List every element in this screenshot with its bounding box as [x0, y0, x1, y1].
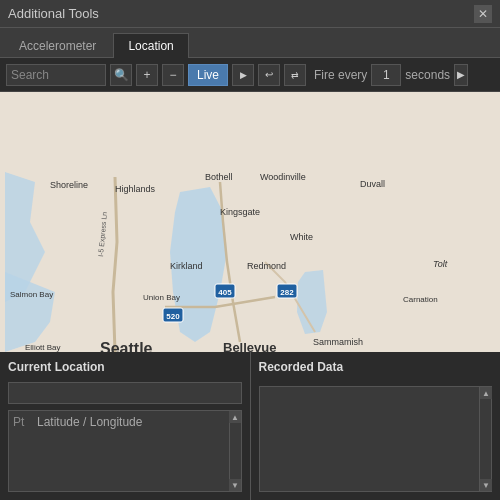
scrollbar-thumb — [230, 423, 241, 479]
svg-rect-0 — [5, 92, 495, 352]
recorded-scroll-down[interactable]: ▼ — [480, 479, 492, 491]
close-button[interactable]: ✕ — [474, 5, 492, 23]
recorded-scrollbar-thumb — [480, 399, 491, 479]
fire-every-label: Fire every — [314, 68, 367, 82]
increment-arrow[interactable]: ▶ — [454, 64, 468, 86]
title-bar: Additional Tools ✕ — [0, 0, 500, 28]
bottom-panels: Current Location Pt Latitude / Longitude… — [0, 352, 500, 500]
seconds-label: seconds — [405, 68, 450, 82]
toolbar: 🔍 + − Live ▶ ↩ ⇄ Fire every 1 seconds ▶ — [0, 58, 500, 92]
zoom-out-icon[interactable]: − — [162, 64, 184, 86]
tab-bar: Accelerometer Location — [0, 28, 500, 58]
tab-location[interactable]: Location — [113, 33, 188, 58]
play-icon[interactable]: ▶ — [232, 64, 254, 86]
svg-text:Bothell: Bothell — [205, 172, 233, 182]
svg-text:405: 405 — [218, 288, 232, 297]
search-icon[interactable]: 🔍 — [110, 64, 132, 86]
map-container[interactable]: Shoreline Highlands Bothell Woodinville … — [0, 92, 500, 352]
current-location-title: Current Location — [8, 360, 242, 374]
svg-text:282: 282 — [280, 288, 294, 297]
location-scrollbar[interactable]: ▲ ▼ — [229, 411, 241, 491]
svg-text:Tolt: Tolt — [433, 259, 448, 269]
svg-text:White: White — [290, 232, 313, 242]
svg-text:Highlands: Highlands — [115, 184, 156, 194]
recorded-data-panel: Recorded Data ▲ ▼ — [251, 352, 501, 500]
recorded-scrollbar[interactable]: ▲ ▼ — [479, 387, 491, 491]
seconds-input[interactable]: 1 — [371, 64, 401, 86]
svg-text:Sammamish: Sammamish — [313, 337, 363, 347]
recorded-data-title: Recorded Data — [259, 360, 493, 374]
svg-text:Kirkland: Kirkland — [170, 261, 203, 271]
lat-long-label: Latitude / Longitude — [37, 415, 142, 429]
svg-text:Woodinville: Woodinville — [260, 172, 306, 182]
recorded-data-list: ▲ ▼ — [259, 386, 493, 492]
svg-text:Carnation: Carnation — [403, 295, 438, 304]
svg-text:Seattle: Seattle — [100, 340, 153, 352]
svg-text:Elliott Bay: Elliott Bay — [25, 343, 61, 352]
reset-icon[interactable]: ↩ — [258, 64, 280, 86]
svg-text:Redmond: Redmond — [247, 261, 286, 271]
svg-text:Shoreline: Shoreline — [50, 180, 88, 190]
location-input-row — [8, 382, 242, 404]
live-button[interactable]: Live — [188, 64, 228, 86]
recorded-scroll-up[interactable]: ▲ — [480, 387, 492, 399]
current-location-panel: Current Location Pt Latitude / Longitude… — [0, 352, 251, 500]
svg-text:520: 520 — [166, 312, 180, 321]
svg-text:Salmon Bay: Salmon Bay — [10, 290, 53, 299]
svg-text:Duvall: Duvall — [360, 179, 385, 189]
tab-accelerometer[interactable]: Accelerometer — [4, 33, 111, 58]
scroll-up-arrow[interactable]: ▲ — [229, 411, 241, 423]
zoom-in-icon[interactable]: + — [136, 64, 158, 86]
svg-text:Kingsgate: Kingsgate — [220, 207, 260, 217]
search-input[interactable] — [6, 64, 106, 86]
scroll-down-arrow[interactable]: ▼ — [229, 479, 241, 491]
svg-text:Bellevue: Bellevue — [223, 340, 276, 352]
location-list-row: Pt Latitude / Longitude — [13, 415, 142, 429]
svg-text:Union Bay: Union Bay — [143, 293, 180, 302]
title-bar-label: Additional Tools — [8, 6, 99, 21]
map-svg: Shoreline Highlands Bothell Woodinville … — [0, 92, 500, 352]
exchange-icon[interactable]: ⇄ — [284, 64, 306, 86]
pt-label: Pt — [13, 415, 29, 429]
location-list: Pt Latitude / Longitude ▲ ▼ — [8, 410, 242, 492]
